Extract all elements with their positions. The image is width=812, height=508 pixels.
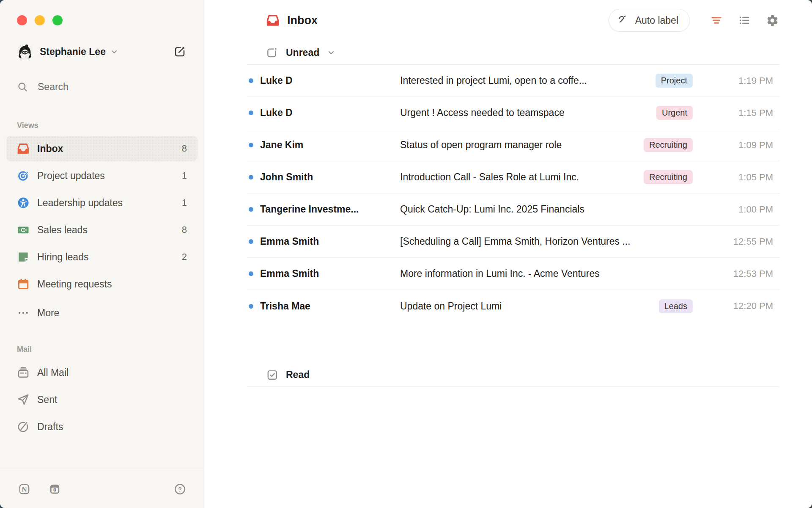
list-view-icon[interactable] xyxy=(737,13,752,28)
email-label-badge: Project xyxy=(656,74,693,88)
auto-label-icon xyxy=(617,14,629,26)
email-sender: Emma Smith xyxy=(260,236,400,247)
unread-group-header[interactable]: Unread xyxy=(266,41,779,64)
send-icon xyxy=(17,393,30,406)
email-time: 1:15 PM xyxy=(716,108,779,119)
notion-logo-icon[interactable]: N xyxy=(17,482,31,497)
email-time: 1:00 PM xyxy=(716,204,779,215)
sidebar-item-all-mail[interactable]: All Mail xyxy=(6,360,198,385)
email-row[interactable]: Emma Smith [Scheduling a Call] Emma Smit… xyxy=(247,226,779,258)
email-subject: Urgent ! Access needed to teamspace xyxy=(400,107,648,119)
email-row[interactable]: Trisha Mae Update on Project Lumi Leads … xyxy=(247,290,779,322)
sidebar-item-drafts[interactable]: Drafts xyxy=(6,414,198,439)
user-name: Stephanie Lee xyxy=(40,46,106,58)
page-title: Inbox xyxy=(287,14,318,27)
sidebar-item-project-updates[interactable]: Project updates 1 xyxy=(6,163,198,188)
unread-group-label: Unread xyxy=(286,47,319,58)
close-window-button[interactable] xyxy=(17,15,27,25)
section-label-mail: Mail xyxy=(17,345,187,354)
sidebar-item-meeting-requests[interactable]: Meeting requests xyxy=(6,271,198,297)
email-row[interactable]: Emma Smith More information in Lumi Inc.… xyxy=(247,258,779,290)
email-row[interactable]: John Smith Introduction Call - Sales Rol… xyxy=(247,161,779,193)
sidebar-item-leadership-updates[interactable]: Leadership updates 1 xyxy=(6,190,198,215)
compose-button[interactable] xyxy=(173,44,187,59)
email-label-badge: Urgent xyxy=(656,106,693,120)
calendar-icon xyxy=(17,278,30,290)
email-time: 1:19 PM xyxy=(716,75,779,86)
read-group-label: Read xyxy=(286,369,310,381)
email-sender: Jane Kim xyxy=(260,139,400,151)
unread-count: 8 xyxy=(182,143,187,154)
unread-dot xyxy=(249,175,253,179)
email-row[interactable]: Luke D Interested in project Lumi, open … xyxy=(247,65,779,97)
help-icon[interactable]: ? xyxy=(173,482,187,497)
unread-dot xyxy=(249,304,253,309)
drafts-icon xyxy=(17,420,30,433)
email-time: 12:53 PM xyxy=(716,268,779,279)
email-time: 1:05 PM xyxy=(716,172,779,183)
email-time: 12:20 PM xyxy=(716,301,779,312)
email-subject: Update on Project Lumi xyxy=(400,301,650,312)
zoom-window-button[interactable] xyxy=(52,15,63,25)
auto-label-text: Auto label xyxy=(635,15,678,26)
filter-icon[interactable] xyxy=(709,13,724,28)
all-mail-icon xyxy=(17,366,30,379)
note-icon xyxy=(17,251,30,263)
minimize-window-button[interactable] xyxy=(35,15,45,25)
section-label-views: Views xyxy=(17,121,187,130)
sidebar-item-sales-leads[interactable]: Sales leads 8 xyxy=(6,217,198,243)
email-subject: Interested in project Lumi, open to a co… xyxy=(400,75,647,86)
email-label-badge: Recruiting xyxy=(644,138,693,152)
notion-calendar-icon[interactable]: 6 xyxy=(47,482,62,497)
unread-dot xyxy=(249,271,253,276)
inbox-icon xyxy=(266,14,280,27)
email-sender: Trisha Mae xyxy=(260,301,400,312)
email-row[interactable]: Jane Kim Status of open program manager … xyxy=(247,129,779,161)
person-circle-icon xyxy=(17,196,30,209)
sidebar-item-more[interactable]: More xyxy=(6,300,198,326)
email-subject: [Scheduling a Call] Emma Smith, Horizon … xyxy=(400,236,708,247)
email-sender: Emma Smith xyxy=(260,268,400,279)
account-switcher[interactable]: Stephanie Lee xyxy=(17,43,187,60)
unread-dot xyxy=(249,239,253,244)
views-nav: Inbox 8 Project updates 1 xyxy=(0,136,204,326)
main-header: Inbox Auto label xyxy=(247,0,779,41)
email-time: 1:09 PM xyxy=(716,140,779,151)
email-subject: Status of open program manager role xyxy=(400,139,635,151)
email-label-badge: Leads xyxy=(659,299,693,313)
email-sender: John Smith xyxy=(260,171,400,183)
sidebar-item-inbox[interactable]: Inbox 8 xyxy=(6,136,198,161)
sidebar-item-sent[interactable]: Sent xyxy=(6,387,198,412)
unread-dot xyxy=(249,207,253,212)
chevron-down-icon xyxy=(110,47,118,56)
email-row[interactable]: Luke D Urgent ! Access needed to teamspa… xyxy=(247,97,779,129)
sidebar-footer: N 6 ? xyxy=(0,470,204,508)
svg-text:?: ? xyxy=(178,486,182,493)
read-checkbox-icon xyxy=(266,369,278,381)
search-button[interactable]: Search xyxy=(17,80,187,93)
email-sender: Tangerine Investme... xyxy=(260,204,400,215)
mail-nav: All Mail Sent xyxy=(0,360,204,439)
chevron-down-icon xyxy=(327,48,335,57)
gear-icon[interactable] xyxy=(765,13,779,28)
inbox-icon xyxy=(17,142,30,155)
search-label: Search xyxy=(38,81,69,93)
unread-icon xyxy=(266,47,278,59)
email-subject: More information in Lumi Inc. - Acme Ven… xyxy=(400,268,708,279)
email-row[interactable]: Tangerine Investme... Quick Catch-Up: Lu… xyxy=(247,193,779,226)
auto-label-button[interactable]: Auto label xyxy=(609,9,690,32)
avatar xyxy=(17,44,33,60)
search-icon xyxy=(17,81,28,93)
ellipsis-icon xyxy=(17,306,30,319)
unread-dot xyxy=(249,78,253,83)
sidebar-item-hiring-leads[interactable]: Hiring leads 2 xyxy=(6,244,198,270)
unread-dot xyxy=(249,143,253,147)
read-group-header[interactable]: Read xyxy=(266,363,779,387)
email-sender: Luke D xyxy=(260,107,400,119)
app-window: Stephanie Lee Search Views xyxy=(0,0,812,508)
money-icon xyxy=(17,224,30,236)
main-panel: Inbox Auto label xyxy=(204,0,812,508)
email-list: Luke D Interested in project Lumi, open … xyxy=(247,65,779,322)
group-divider xyxy=(247,387,779,387)
calendar-day-number: 6 xyxy=(53,487,56,493)
